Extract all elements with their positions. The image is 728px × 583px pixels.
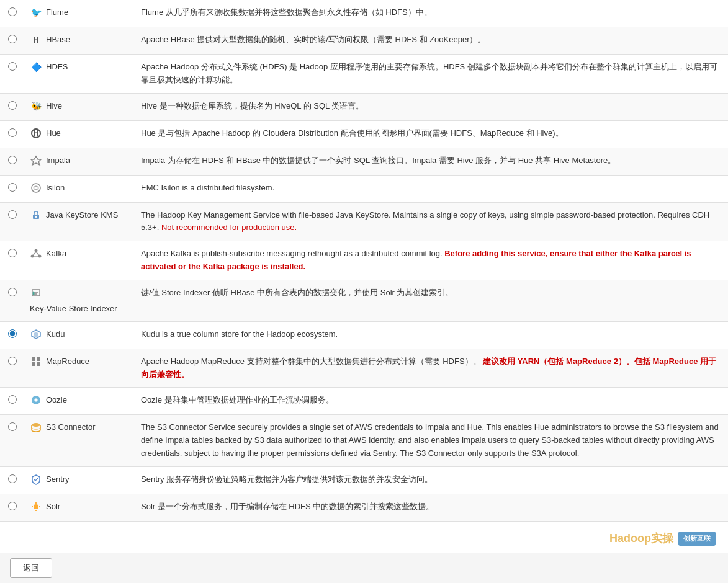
- mapreduce-icon: [30, 355, 42, 368]
- desc-text: Solr 是一个分布式服务，用于编制存储在 HDFS 中的数据的索引并搜索这些数…: [141, 502, 434, 511]
- radio-impala[interactable]: [8, 156, 17, 164]
- radio-solr[interactable]: [8, 502, 17, 510]
- service-desc-java-keystore-kms: The Hadoop Key Management Service with f…: [133, 209, 728, 235]
- desc-text: Apache Hadoop MapReduce 支持对整个群集中的大型数据集进行…: [141, 357, 483, 366]
- radio-kafka[interactable]: [8, 249, 17, 257]
- service-desc-hue: Hue 是与包括 Apache Hadoop 的 Cloudera Distri…: [133, 127, 728, 140]
- svg-point-3: [35, 249, 38, 252]
- radio-col-oozie: [0, 394, 25, 404]
- list-item: HHBaseApache HBase 提供对大型数据集的随机、实时的读/写访问权…: [0, 27, 728, 55]
- radio-col-hue: [0, 127, 25, 137]
- svg-point-2: [35, 216, 37, 218]
- list-item: KuduKudu is a true column store for the …: [0, 322, 728, 349]
- list-item: SolrSolr 是一个分布式服务，用于编制存储在 HDFS 中的数据的索引并搜…: [0, 494, 728, 522]
- list-item: Key-Value Store Indexer键/值 Store Indexer…: [0, 280, 728, 322]
- desc-text: Flume 从几乎所有来源收集数据并将这些数据聚合到永久性存储（如 HDFS）中…: [141, 7, 432, 17]
- service-desc-s3-connector: The S3 Connector Service securely provid…: [133, 421, 728, 460]
- service-desc-impala: Impala 为存储在 HDFS 和 HBase 中的数据提供了一个实时 SQL…: [133, 154, 728, 167]
- service-name-col-impala: Impala: [25, 154, 133, 167]
- service-label-flume: Flume: [46, 6, 68, 19]
- desc-text: Kudu is a true column store for the Hado…: [141, 329, 338, 339]
- hdfs-icon: 🔷: [30, 61, 42, 73]
- list-item: 🐝HiveHive 是一种数据仓库系统，提供名为 HiveQL 的 SQL 类语…: [0, 94, 728, 121]
- service-label-hdfs: HDFS: [46, 61, 68, 73]
- hbase-icon: H: [30, 33, 42, 46]
- radio-hbase[interactable]: [8, 35, 17, 43]
- radio-flume[interactable]: [8, 7, 17, 16]
- service-list: 🐦FlumeFlume 从几乎所有来源收集数据并将这些数据聚合到永久性存储（如 …: [0, 0, 728, 522]
- svg-point-0: [32, 184, 40, 192]
- svg-point-18: [32, 423, 40, 427]
- list-item: ImpalaImpala 为存储在 HDFS 和 HBase 中的数据提供了一个…: [0, 148, 728, 176]
- service-desc-sentry: Sentry 服务存储身份验证策略元数据并为客户端提供对该元数据的并发安全访问。: [133, 473, 728, 486]
- service-label-impala: Impala: [46, 154, 70, 167]
- service-label-oozie: Oozie: [46, 394, 67, 406]
- desc-text: Sentry 服务存储身份验证策略元数据并为客户端提供对该元数据的并发安全访问。: [141, 474, 433, 484]
- radio-col-mapreduce: [0, 355, 25, 365]
- radio-oozie[interactable]: [8, 395, 17, 404]
- service-label-hue: Hue: [46, 127, 61, 140]
- radio-hive[interactable]: [8, 101, 17, 110]
- list-item: 🔷HDFSApache Hadoop 分布式文件系统 (HDFS) 是 Hado…: [0, 55, 728, 94]
- watermark-logo: 创新互联: [678, 532, 716, 546]
- service-label-s3-connector: S3 Connector: [46, 421, 96, 434]
- solr-icon: [30, 501, 42, 513]
- service-label-sentry: Sentry: [46, 473, 70, 486]
- service-desc-kafka: Apache Kafka is publish-subscribe messag…: [133, 247, 728, 274]
- watermark: Hadoop实操 创新互联: [609, 531, 716, 546]
- desc-text: The S3 Connector Service securely provid…: [141, 422, 719, 458]
- radio-s3-connector[interactable]: [8, 422, 17, 431]
- service-desc-solr: Solr 是一个分布式服务，用于编制存储在 HDFS 中的数据的索引并搜索这些数…: [133, 501, 728, 514]
- footer-bar: 返回: [0, 553, 728, 583]
- service-desc-flume: Flume 从几乎所有来源收集数据并将这些数据聚合到永久性存储（如 HDFS）中…: [133, 6, 728, 19]
- svg-point-9: [33, 291, 35, 293]
- service-name-col-hue: HHue: [25, 127, 133, 140]
- service-label-kafka: Kafka: [46, 247, 66, 260]
- radio-col-impala: [0, 154, 25, 164]
- desc-text: Impala 为存储在 HDFS 和 HBase 中的数据提供了一个实时 SQL…: [141, 156, 616, 165]
- list-item: SentrySentry 服务存储身份验证策略元数据并为客户端提供对该元数据的并…: [0, 467, 728, 494]
- kudu-icon: [30, 328, 42, 340]
- radio-hdfs[interactable]: [8, 62, 17, 71]
- service-name-col-hbase: HHBase: [25, 33, 133, 46]
- desc-text: 键/值 Store Indexer 侦听 HBase 中所有含表内的数据变化，并…: [141, 288, 453, 297]
- service-name-col-mapreduce: MapReduce: [25, 355, 133, 368]
- radio-sentry[interactable]: [8, 474, 17, 483]
- radio-col-java-keystore-kms: [0, 209, 25, 219]
- radio-col-key-value-store-indexer: [0, 287, 25, 296]
- isilon-icon: [30, 182, 42, 194]
- service-desc-hive: Hive 是一种数据仓库系统，提供名为 HiveQL 的 SQL 类语言。: [133, 100, 728, 113]
- service-name-col-isilon: Isilon: [25, 182, 133, 194]
- list-item: IsilonEMC Isilon is a distributed filesy…: [0, 176, 728, 203]
- service-name-col-s3-connector: S3 Connector: [25, 421, 133, 434]
- hive-icon: 🐝: [30, 100, 42, 112]
- java-keystore-kms-icon: [30, 209, 42, 221]
- service-name-col-kudu: Kudu: [25, 328, 133, 340]
- service-label-key-value-store-indexer: Key-Value Store Indexer: [30, 303, 117, 315]
- radio-isilon[interactable]: [8, 183, 17, 192]
- main-container: 🐦FlumeFlume 从几乎所有来源收集数据并将这些数据聚合到永久性存储（如 …: [0, 0, 728, 583]
- service-desc-hdfs: Apache Hadoop 分布式文件系统 (HDFS) 是 Hadoop 应用…: [133, 61, 728, 87]
- impala-icon: [30, 154, 42, 167]
- radio-col-kudu: [0, 328, 25, 338]
- s3-connector-icon: [30, 421, 42, 434]
- radio-mapreduce[interactable]: [8, 357, 17, 365]
- desc-text: Apache Hadoop 分布式文件系统 (HDFS) 是 Hadoop 应用…: [141, 62, 717, 84]
- radio-col-sentry: [0, 473, 25, 483]
- service-desc-hbase: Apache HBase 提供对大型数据集的随机、实时的读/写访问权限（需要 H…: [133, 33, 728, 47]
- radio-kudu[interactable]: [8, 329, 17, 338]
- list-item: HHueHue 是与包括 Apache Hadoop 的 Cloudera Di…: [0, 121, 728, 148]
- svg-line-6: [33, 252, 36, 256]
- oozie-icon: [30, 394, 42, 406]
- radio-java-keystore-kms[interactable]: [8, 210, 17, 219]
- svg-point-10: [33, 293, 35, 295]
- hue-icon: H: [30, 127, 42, 140]
- back-button[interactable]: 返回: [10, 558, 52, 578]
- svg-rect-13: [32, 357, 35, 361]
- service-label-java-keystore-kms: Java KeyStore KMS: [46, 209, 118, 221]
- service-desc-key-value-store-indexer: 键/值 Store Indexer 侦听 HBase 中所有含表内的数据变化，并…: [133, 287, 728, 300]
- radio-col-kafka: [0, 247, 25, 257]
- radio-key-value-store-indexer[interactable]: [8, 288, 17, 296]
- flume-icon: 🐦: [30, 6, 42, 19]
- radio-hue[interactable]: [8, 128, 17, 137]
